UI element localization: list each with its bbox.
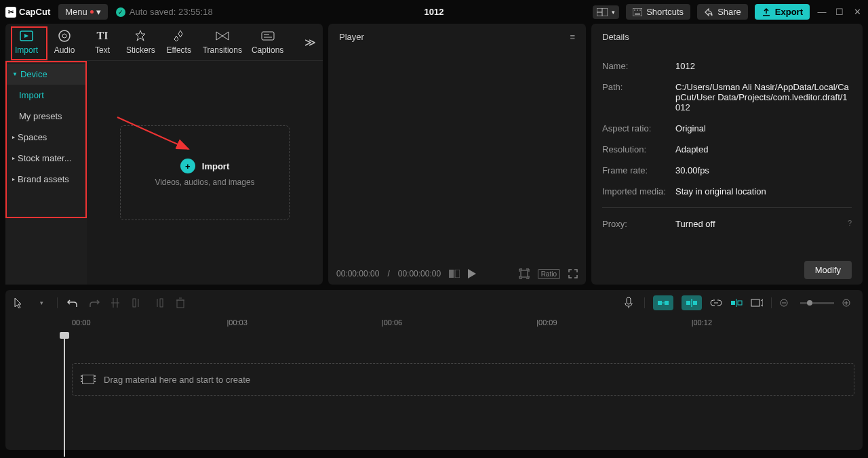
split-button[interactable]: [111, 297, 123, 308]
detail-proxy-label: Proxy:: [602, 219, 675, 229]
svg-point-9: [59, 30, 70, 41]
tab-import[interactable]: Import: [12, 29, 41, 55]
tab-effects[interactable]: Effects: [165, 29, 193, 55]
details-panel: Details Name:1012 Path:C:/Users/Usman Al…: [591, 24, 863, 285]
export-button[interactable]: Export: [755, 4, 810, 20]
tab-stickers-label: Stickers: [126, 45, 155, 55]
svg-rect-25: [693, 301, 697, 305]
timeline-body[interactable]: 00:00 |00:03 |00:06 |00:09 |00:12 Drag m…: [5, 316, 863, 450]
details-divider: [602, 207, 852, 208]
audio-icon: [58, 29, 71, 43]
menu-dot-icon: [90, 10, 94, 14]
import-drop-zone[interactable]: + Import Videos, audios, and images: [120, 125, 290, 220]
zoom-out-button[interactable]: [780, 299, 792, 307]
zoom-in-button[interactable]: [842, 299, 854, 307]
sidebar-device-label: Device: [20, 69, 47, 79]
help-icon[interactable]: ?: [848, 219, 852, 229]
separator: [57, 297, 58, 308]
playhead-line: [64, 335, 65, 457]
align-toggle[interactable]: [730, 298, 743, 308]
svg-rect-11: [262, 32, 274, 40]
detail-framerate-label: Frame rate:: [602, 165, 675, 175]
maximize-button[interactable]: ☐: [834, 7, 845, 17]
tabs-more-button[interactable]: ≫: [304, 36, 316, 49]
svg-point-4: [634, 9, 635, 11]
delete-button[interactable]: [176, 297, 188, 308]
caret-down-icon: ▼: [12, 71, 18, 77]
cursor-dropdown[interactable]: ▾: [35, 299, 47, 306]
redo-button[interactable]: [89, 298, 101, 308]
tab-audio-label: Audio: [54, 45, 75, 55]
ruler-mark: |00:03: [226, 318, 381, 327]
timeline-drop-zone[interactable]: Drag material here and start to create: [72, 363, 854, 396]
tab-transitions[interactable]: Transitions: [203, 29, 242, 55]
timeline-ruler[interactable]: 00:00 |00:03 |00:06 |00:09 |00:12: [14, 316, 854, 329]
svg-rect-7: [635, 14, 640, 15]
preview-toggle[interactable]: [751, 299, 763, 307]
project-title: 1012: [425, 7, 444, 17]
shortcuts-button[interactable]: Shortcuts: [626, 4, 690, 20]
shortcuts-label: Shortcuts: [646, 7, 684, 17]
mic-button[interactable]: [624, 297, 636, 309]
fullscreen-button[interactable]: [568, 269, 578, 278]
menu-label: Menu: [65, 7, 87, 17]
tab-text-label: Text: [95, 45, 110, 55]
sidebar-sub-import[interactable]: Import: [5, 85, 87, 106]
svg-point-6: [639, 9, 641, 11]
sidebar-sub-presets[interactable]: My presets: [5, 106, 87, 127]
check-icon: ✓: [116, 7, 125, 17]
tab-captions-label: Captions: [252, 45, 283, 55]
svg-rect-24: [686, 301, 690, 305]
play-button[interactable]: [468, 269, 476, 278]
ratio-button[interactable]: Ratio: [538, 269, 560, 279]
caret-right-icon: ▸: [12, 176, 15, 182]
detail-path-label: Path:: [602, 82, 675, 112]
share-button[interactable]: Share: [697, 4, 748, 20]
snap-toggle[interactable]: [653, 295, 673, 310]
player-menu-button[interactable]: ≡: [570, 32, 575, 42]
media-tabs: Import Audio TI Text Stickers Effects Tr…: [5, 24, 323, 61]
import-icon: [20, 29, 33, 43]
tab-text[interactable]: TI Text: [88, 29, 117, 55]
close-button[interactable]: ✕: [852, 7, 863, 17]
sidebar-item-spaces[interactable]: ▸Spaces: [5, 127, 87, 148]
chevron-down-icon: ▾: [612, 9, 615, 16]
tab-stickers[interactable]: Stickers: [126, 29, 155, 55]
sidebar-item-device[interactable]: ▼Device: [5, 64, 87, 85]
autosave-text: Auto saved: 23:55:18: [130, 7, 213, 17]
tab-captions[interactable]: Captions: [252, 29, 283, 55]
caret-right-icon: ▸: [12, 134, 15, 140]
sidebar-item-brand[interactable]: ▸Brand assets: [5, 169, 87, 190]
svg-rect-28: [738, 301, 742, 305]
sidebar-stock-label: Stock mater...: [18, 153, 71, 163]
import-title: Import: [202, 161, 229, 171]
tab-audio[interactable]: Audio: [50, 29, 79, 55]
sidebar-spaces-label: Spaces: [18, 132, 47, 142]
trim-left-button[interactable]: [132, 297, 144, 308]
ruler-mark: |00:09: [536, 318, 691, 327]
menu-button[interactable]: Menu ▾: [58, 4, 108, 20]
modify-button[interactable]: Modify: [804, 261, 852, 279]
magnet-toggle[interactable]: [682, 295, 702, 310]
minimize-button[interactable]: —: [816, 7, 827, 17]
media-panel: Import Audio TI Text Stickers Effects Tr…: [5, 24, 323, 285]
trim-right-button[interactable]: [154, 297, 166, 308]
ruler-mark: |00:06: [382, 318, 536, 327]
detail-aspect-value: Original: [675, 123, 852, 133]
svg-rect-14: [449, 270, 454, 278]
transitions-icon: [216, 29, 229, 43]
compare-icon[interactable]: [449, 270, 460, 278]
cursor-tool[interactable]: [14, 297, 26, 308]
svg-rect-19: [177, 300, 184, 308]
svg-rect-17: [133, 299, 136, 307]
link-toggle[interactable]: [710, 299, 722, 306]
zoom-thumb[interactable]: [807, 300, 812, 306]
zoom-slider[interactable]: [800, 302, 834, 304]
sidebar-item-stock[interactable]: ▸Stock mater...: [5, 148, 87, 169]
undo-button[interactable]: [67, 298, 79, 308]
scale-icon[interactable]: [519, 268, 530, 279]
layout-button[interactable]: ▾: [593, 5, 619, 19]
timeline-toolbar: ▾: [5, 290, 863, 316]
player-panel: Player ≡ 00:00:00:00 / 00:00:00:00 Ratio: [328, 24, 586, 285]
svg-rect-27: [731, 301, 735, 305]
